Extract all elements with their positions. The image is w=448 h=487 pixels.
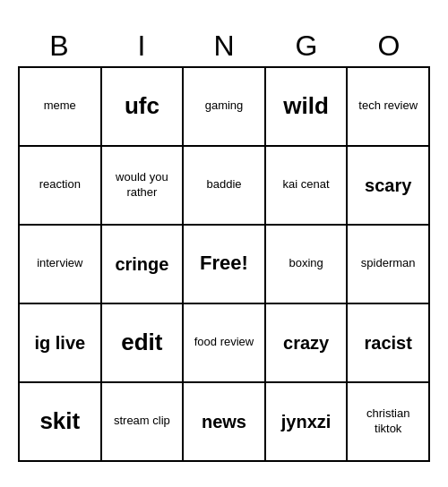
cell-text: spiderman <box>361 256 416 271</box>
bingo-card: BINGO memeufcgamingwildtech reviewreacti… <box>18 26 430 462</box>
cell-text: Free! <box>200 251 248 277</box>
bingo-cell: meme <box>20 68 102 147</box>
bingo-cell: interview <box>20 226 102 304</box>
bingo-cell: crazy <box>266 304 349 383</box>
bingo-grid: memeufcgamingwildtech reviewreactionwoul… <box>18 66 430 462</box>
bingo-header: BINGO <box>18 26 430 66</box>
cell-text: wild <box>283 91 329 122</box>
cell-text: jynxzi <box>281 410 332 433</box>
header-letter: G <box>265 26 348 66</box>
cell-text: news <box>202 410 246 433</box>
cell-text: christian tiktok <box>351 406 425 437</box>
cell-text: gaming <box>205 98 244 114</box>
cell-text: meme <box>44 98 76 114</box>
bingo-cell: food review <box>184 304 266 383</box>
bingo-cell: scary <box>348 147 430 226</box>
bingo-cell: tech review <box>348 68 430 147</box>
cell-text: cringe <box>115 252 168 276</box>
bingo-cell: news <box>184 383 266 462</box>
bingo-cell: edit <box>102 304 185 383</box>
bingo-cell: would you rather <box>102 147 185 226</box>
cell-text: reaction <box>39 177 81 192</box>
cell-text: racist <box>365 331 412 355</box>
cell-text: crazy <box>283 331 329 355</box>
cell-text: tech review <box>358 98 418 114</box>
cell-text: kai cenat <box>283 177 330 192</box>
bingo-cell: Free! <box>184 226 266 304</box>
bingo-cell: reaction <box>20 147 102 226</box>
cell-text: scary <box>365 174 411 197</box>
cell-text: ufc <box>125 91 159 122</box>
header-letter: I <box>100 26 183 66</box>
bingo-cell: ig live <box>20 304 102 383</box>
bingo-cell: cringe <box>102 226 185 304</box>
header-letter: N <box>183 26 265 66</box>
header-letter: B <box>18 26 100 66</box>
cell-text: boxing <box>289 256 323 271</box>
cell-text: stream clip <box>114 414 170 429</box>
bingo-cell: gaming <box>184 68 266 147</box>
cell-text: skit <box>39 406 80 437</box>
header-letter: O <box>348 26 430 66</box>
bingo-cell: kai cenat <box>266 147 349 226</box>
bingo-cell: ufc <box>102 68 185 147</box>
bingo-cell: boxing <box>266 226 349 304</box>
cell-text: interview <box>37 256 82 271</box>
bingo-cell: wild <box>266 68 349 147</box>
bingo-cell: baddie <box>184 147 266 226</box>
bingo-cell: skit <box>20 383 102 462</box>
bingo-cell: jynxzi <box>266 383 349 462</box>
cell-text: food review <box>194 335 254 350</box>
cell-text: ig live <box>34 331 85 355</box>
bingo-cell: spiderman <box>348 226 430 304</box>
cell-text: would you rather <box>106 170 179 201</box>
bingo-cell: stream clip <box>102 383 185 462</box>
bingo-cell: christian tiktok <box>348 383 430 462</box>
cell-text: edit <box>121 328 162 358</box>
cell-text: baddie <box>206 177 241 192</box>
bingo-cell: racist <box>348 304 430 383</box>
